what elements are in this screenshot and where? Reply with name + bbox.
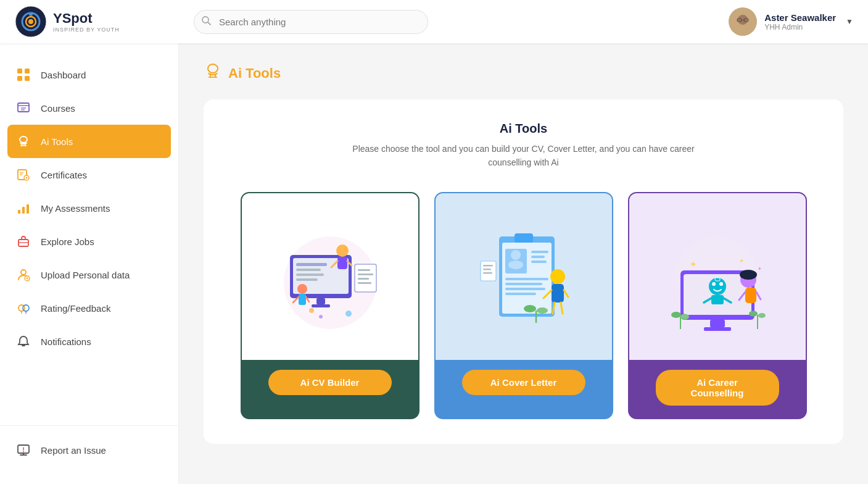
sidebar-label-notifications: Notifications bbox=[41, 336, 91, 347]
svg-rect-65 bbox=[337, 257, 347, 269]
svg-point-77 bbox=[309, 308, 314, 313]
user-name: Aster Seawalker bbox=[764, 12, 836, 23]
main-layout: Dashboard Courses Ai Tools Certificates bbox=[0, 43, 868, 484]
svg-point-36 bbox=[21, 270, 26, 275]
logo-tagline: INSPIRED BY YOUTH bbox=[53, 27, 120, 33]
svg-rect-76 bbox=[358, 282, 371, 284]
main-content: Ai Tools Ai Tools Please choose the tool… bbox=[179, 43, 868, 484]
sidebar-item-ai-tools[interactable]: Ai Tools bbox=[7, 125, 171, 158]
sidebar-label-rating-feedback: Rating/Feedback bbox=[41, 303, 110, 314]
svg-line-98 bbox=[561, 302, 563, 314]
svg-point-125 bbox=[680, 314, 689, 319]
svg-rect-87 bbox=[531, 256, 545, 258]
svg-rect-102 bbox=[481, 261, 496, 281]
card-image-career-counselling: ✦ ✦ ✦ bbox=[629, 193, 806, 360]
sidebar-label-dashboard: Dashboard bbox=[41, 70, 86, 80]
svg-rect-14 bbox=[25, 69, 30, 73]
cover-letter-button[interactable]: Ai Cover Letter bbox=[462, 370, 585, 395]
svg-point-101 bbox=[537, 307, 548, 314]
card-btn-area-cover-letter: Ai Cover Letter bbox=[436, 360, 612, 407]
avatar bbox=[729, 7, 757, 36]
search-bar[interactable] bbox=[194, 10, 428, 34]
sidebar-item-dashboard[interactable]: Dashboard bbox=[0, 58, 178, 91]
svg-point-112 bbox=[712, 282, 716, 286]
tool-card-cover-letter: Ai Cover Letter bbox=[434, 192, 613, 419]
sidebar-item-my-assessments[interactable]: My Assessments bbox=[0, 191, 178, 225]
svg-point-78 bbox=[319, 315, 323, 319]
user-info: Aster Seawalker YHH Admin bbox=[764, 12, 836, 31]
svg-rect-31 bbox=[18, 210, 20, 214]
svg-rect-74 bbox=[358, 273, 373, 275]
svg-line-6 bbox=[208, 22, 210, 25]
svg-rect-103 bbox=[483, 265, 493, 267]
rating-feedback-icon bbox=[15, 299, 32, 317]
card-image-cover-letter bbox=[436, 193, 612, 360]
page-header-icon bbox=[204, 62, 222, 85]
svg-rect-90 bbox=[505, 283, 542, 285]
svg-line-96 bbox=[564, 290, 568, 297]
sidebar-item-rating-feedback[interactable]: Rating/Feedback bbox=[0, 291, 178, 325]
my-assessments-icon bbox=[15, 199, 32, 217]
svg-rect-109 bbox=[710, 320, 725, 327]
svg-point-64 bbox=[336, 244, 349, 257]
svg-point-42 bbox=[23, 305, 29, 311]
svg-point-119 bbox=[740, 270, 757, 280]
sidebar-label-upload-personal-data: Upload Personal data bbox=[41, 270, 130, 280]
svg-rect-73 bbox=[358, 269, 370, 271]
logo-name: YSpot bbox=[53, 10, 120, 27]
svg-point-79 bbox=[345, 311, 352, 317]
logo-icon bbox=[15, 6, 47, 38]
header: YSpot INSPIRED BY YOUTH Aster Seawalker … bbox=[0, 0, 868, 43]
card-btn-area-cv-builder: Ai CV Builder bbox=[242, 360, 418, 407]
sidebar-item-explore-jobs[interactable]: Explore Jobs bbox=[0, 225, 178, 258]
svg-rect-110 bbox=[704, 327, 731, 331]
sidebar-item-courses[interactable]: Courses bbox=[0, 91, 178, 125]
svg-point-51 bbox=[208, 64, 218, 73]
sidebar-label-courses: Courses bbox=[41, 103, 75, 114]
sidebar-label-report-issue: Report an Issue bbox=[41, 445, 106, 456]
cards-title: Ai Tools bbox=[223, 122, 824, 136]
cv-builder-button[interactable]: Ai CV Builder bbox=[268, 370, 392, 395]
svg-point-84 bbox=[511, 250, 521, 260]
svg-point-124 bbox=[671, 312, 681, 318]
sidebar-label-ai-tools: Ai Tools bbox=[41, 136, 73, 147]
report-issue-icon bbox=[15, 441, 32, 459]
svg-point-50 bbox=[23, 451, 24, 453]
svg-point-21 bbox=[20, 136, 27, 143]
svg-rect-32 bbox=[22, 207, 25, 214]
svg-point-128 bbox=[758, 313, 766, 318]
career-counselling-button[interactable]: Ai Career Counselling bbox=[656, 370, 779, 406]
sidebar-item-report-issue[interactable]: Report an Issue bbox=[0, 433, 178, 467]
svg-rect-89 bbox=[505, 278, 548, 280]
svg-text:✦: ✦ bbox=[758, 266, 762, 272]
upload-personal-data-icon bbox=[15, 266, 32, 283]
sidebar-item-notifications[interactable]: Notifications bbox=[0, 325, 178, 358]
svg-rect-62 bbox=[316, 298, 325, 304]
svg-rect-115 bbox=[711, 295, 724, 304]
svg-rect-82 bbox=[515, 233, 533, 243]
svg-rect-91 bbox=[505, 288, 545, 290]
svg-rect-13 bbox=[17, 69, 22, 73]
svg-point-93 bbox=[550, 269, 565, 284]
sidebar-label-explore-jobs: Explore Jobs bbox=[41, 236, 94, 247]
header-right: Aster Seawalker YHH Admin ▼ bbox=[729, 7, 853, 36]
svg-point-85 bbox=[508, 261, 523, 269]
sidebar-nav: Dashboard Courses Ai Tools Certificates bbox=[0, 53, 178, 425]
svg-rect-75 bbox=[358, 278, 369, 280]
card-btn-area-career-counselling: Ai Career Counselling bbox=[629, 360, 806, 418]
notifications-icon bbox=[15, 333, 32, 350]
sidebar-item-upload-personal-data[interactable]: Upload Personal data bbox=[0, 258, 178, 291]
search-icon bbox=[201, 15, 211, 28]
svg-rect-33 bbox=[27, 204, 29, 214]
svg-point-4 bbox=[29, 12, 33, 16]
svg-point-113 bbox=[719, 282, 723, 286]
svg-rect-16 bbox=[25, 76, 30, 81]
sidebar: Dashboard Courses Ai Tools Certificates bbox=[0, 43, 179, 484]
sidebar-item-certificates[interactable]: Certificates bbox=[0, 158, 178, 191]
svg-point-100 bbox=[524, 305, 536, 312]
svg-rect-61 bbox=[296, 278, 318, 281]
svg-rect-17 bbox=[18, 103, 29, 112]
search-input[interactable] bbox=[194, 10, 428, 34]
page-header: Ai Tools bbox=[204, 62, 843, 85]
dropdown-arrow-icon[interactable]: ▼ bbox=[846, 17, 853, 26]
